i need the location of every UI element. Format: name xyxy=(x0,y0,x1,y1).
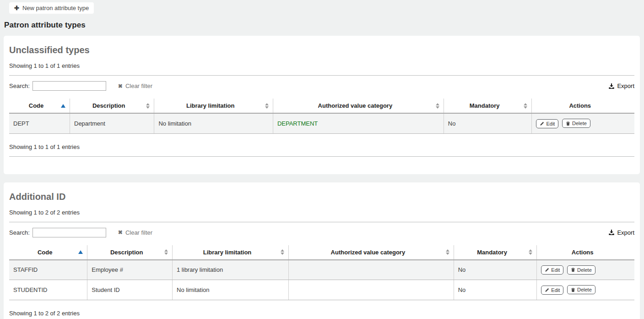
column-label: Mandatory xyxy=(470,102,500,109)
divider xyxy=(9,75,634,76)
cell-actions: Edit Delete xyxy=(537,260,634,280)
toolbar: ✚ New patron attribute type xyxy=(0,0,644,15)
export-button[interactable]: Export xyxy=(608,229,634,236)
edit-label: Edit xyxy=(546,121,555,126)
showing-entries-top: Showing 1 to 1 of 1 entries xyxy=(9,62,634,69)
column-label: Actions xyxy=(572,249,594,256)
search-input[interactable] xyxy=(32,81,106,91)
clear-x-icon: ✖ xyxy=(118,230,123,235)
delete-label: Delete xyxy=(577,287,592,292)
column-label: Authorized value category xyxy=(331,249,406,256)
sort-both-icon xyxy=(446,249,449,255)
column-header-authorized-value-category[interactable]: Authorized value category xyxy=(273,99,444,113)
table-filter-row: Search: ✖ Clear filter Export xyxy=(9,228,634,237)
table-header-row: Code Description Library limitation Auth… xyxy=(9,99,634,113)
cell-description: Student ID xyxy=(87,280,173,300)
column-header-code[interactable]: Code xyxy=(9,245,87,260)
export-label: Export xyxy=(617,229,634,236)
new-patron-attribute-type-button[interactable]: ✚ New patron attribute type xyxy=(9,2,94,14)
sort-ascending-icon xyxy=(61,104,65,108)
export-button[interactable]: Export xyxy=(608,82,634,89)
column-header-code[interactable]: Code xyxy=(9,99,70,113)
authorized-value-category-link[interactable]: DEPARTMENT xyxy=(277,120,318,127)
edit-label: Edit xyxy=(551,287,560,293)
delete-label: Delete xyxy=(572,121,587,126)
column-header-description[interactable]: Description xyxy=(87,245,173,260)
table-row: DEPT Department No limitation DEPARTMENT… xyxy=(9,113,634,133)
column-header-library-limitation[interactable]: Library limitation xyxy=(154,99,273,113)
cell-mandatory: No xyxy=(444,113,532,133)
cell-description: Employee # xyxy=(87,260,173,280)
section-unclassified-types: Unclassified types Showing 1 to 1 of 1 e… xyxy=(4,36,640,174)
cell-code: STUDENTID xyxy=(9,280,87,300)
column-header-mandatory[interactable]: Mandatory xyxy=(444,99,532,113)
showing-entries-top: Showing 1 to 2 of 2 entries xyxy=(9,209,634,216)
cell-actions: Edit Delete xyxy=(537,280,634,300)
delete-button[interactable]: Delete xyxy=(562,119,590,128)
table-row: STAFFID Employee # 1 library limitation … xyxy=(9,260,634,280)
cell-actions: Edit Delete xyxy=(532,113,634,133)
table-header-row: Code Description Library limitation Auth… xyxy=(9,245,634,260)
delete-button[interactable]: Delete xyxy=(567,265,595,275)
search-label: Search: xyxy=(9,229,30,236)
column-header-mandatory[interactable]: Mandatory xyxy=(454,245,537,260)
column-label: Library limitation xyxy=(203,249,251,256)
sort-both-icon xyxy=(265,103,269,109)
cell-mandatory: No xyxy=(454,280,537,300)
new-button-label: New patron attribute type xyxy=(22,5,89,11)
download-icon xyxy=(608,229,615,236)
cell-library-limitation: 1 library limitation xyxy=(173,260,289,280)
unclassified-types-table: Code Description Library limitation Auth… xyxy=(9,99,634,134)
download-icon xyxy=(608,83,615,89)
column-header-actions: Actions xyxy=(537,245,634,260)
table-filter-row: Search: ✖ Clear filter Export xyxy=(9,81,634,91)
sort-both-icon xyxy=(146,103,150,109)
table-row: STUDENTID Student ID No limitation No Ed… xyxy=(9,280,634,300)
clear-filter-link[interactable]: ✖ Clear filter xyxy=(118,82,152,89)
sort-ascending-icon xyxy=(78,250,83,254)
column-label: Code xyxy=(29,102,44,109)
column-header-description[interactable]: Description xyxy=(70,99,154,113)
sort-both-icon xyxy=(436,103,439,109)
sort-both-icon xyxy=(524,103,527,109)
column-header-library-limitation[interactable]: Library limitation xyxy=(173,245,289,260)
delete-button[interactable]: Delete xyxy=(567,285,595,294)
pencil-icon xyxy=(540,121,544,126)
cell-code: STAFFID xyxy=(9,260,87,280)
column-label: Actions xyxy=(569,102,591,109)
trash-icon xyxy=(571,287,575,292)
column-header-authorized-value-category[interactable]: Authorized value category xyxy=(289,245,454,260)
trash-icon xyxy=(566,121,570,126)
trash-icon xyxy=(571,267,575,272)
column-label: Library limitation xyxy=(186,102,234,109)
cell-code: DEPT xyxy=(9,113,70,133)
cell-mandatory: No xyxy=(454,260,537,280)
column-header-actions: Actions xyxy=(532,99,634,113)
divider xyxy=(9,222,634,222)
section-heading: Additional ID xyxy=(9,192,634,202)
divider xyxy=(9,156,634,157)
edit-label: Edit xyxy=(551,267,560,273)
clear-filter-link[interactable]: ✖ Clear filter xyxy=(118,229,152,236)
column-label: Description xyxy=(92,102,125,109)
export-label: Export xyxy=(617,82,634,89)
column-label: Description xyxy=(110,249,143,256)
clear-filter-label: Clear filter xyxy=(125,82,152,89)
search-input[interactable] xyxy=(32,228,106,237)
plus-icon: ✚ xyxy=(14,5,19,11)
edit-button[interactable]: Edit xyxy=(541,265,563,275)
delete-label: Delete xyxy=(577,267,592,273)
pencil-icon xyxy=(545,268,549,272)
pencil-icon xyxy=(545,288,549,292)
cell-authorized-value-category xyxy=(289,260,454,280)
section-heading: Unclassified types xyxy=(9,45,634,55)
sort-both-icon xyxy=(164,249,168,255)
section-additional-id: Additional ID Showing 1 to 2 of 2 entrie… xyxy=(4,182,640,319)
page-title: Patron attribute types xyxy=(4,21,644,30)
cell-library-limitation: No limitation xyxy=(173,280,289,300)
edit-button[interactable]: Edit xyxy=(541,286,563,295)
cell-authorized-value-category xyxy=(289,280,454,300)
edit-button[interactable]: Edit xyxy=(536,119,558,128)
cell-library-limitation: No limitation xyxy=(154,113,273,133)
column-label: Code xyxy=(38,249,53,256)
